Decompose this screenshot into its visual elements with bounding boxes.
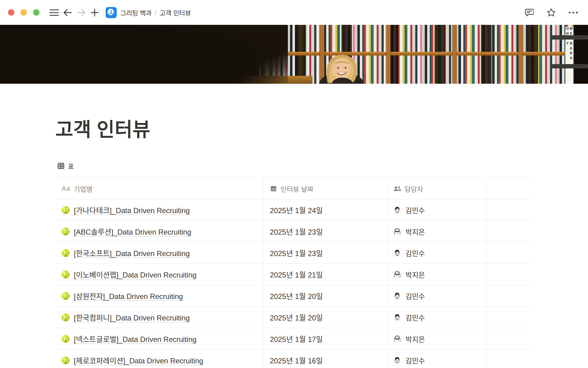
company-cell[interactable]: [가나다테크]_Data Driven Recruiting: [55, 199, 264, 220]
tennis-ball-icon: [61, 335, 70, 343]
table-row: [이노베이션랩]_Data Driven Recruiting 2025년 1월…: [55, 264, 530, 285]
date-cell[interactable]: 2025년 1월 23일: [264, 242, 387, 263]
empty-cell[interactable]: [486, 328, 530, 349]
table-row: [넥스트글로벌]_Data Driven Recruiting 2025년 1월…: [55, 328, 530, 350]
foreground-blur-graphic: [0, 25, 288, 84]
date-cell[interactable]: 2025년 1월 20일: [264, 285, 387, 306]
assignee-avatar: [393, 249, 401, 257]
assignee-avatar: [393, 292, 401, 300]
calendar-icon: [270, 185, 277, 192]
close-window-button[interactable]: [8, 9, 14, 16]
company-link[interactable]: [한국컴퍼니]_Data Driven Recruiting: [74, 312, 190, 323]
date-cell[interactable]: 2025년 1월 24일: [264, 199, 387, 220]
workspace-logo-icon[interactable]: [106, 7, 117, 18]
company-cell[interactable]: [제로코퍼레이션]_Data Driven Recruiting: [55, 350, 264, 368]
forward-icon[interactable]: [74, 6, 88, 19]
empty-cell[interactable]: [486, 242, 530, 263]
company-cell[interactable]: [한국컴퍼니]_Data Driven Recruiting: [55, 307, 264, 328]
empty-cell[interactable]: [486, 285, 530, 306]
column-header-date-label: 인터뷰 날짜: [281, 184, 313, 194]
assignee-avatar: [393, 270, 401, 279]
breadcrumb: 그리팅 백과 / 고객 인터뷰: [120, 8, 191, 17]
assignee-name: 김민수: [405, 248, 425, 258]
company-cell[interactable]: [삼원전자]_Data Driven Recruiting: [55, 285, 264, 306]
page-title[interactable]: 고객 인터뷰: [55, 118, 588, 141]
page-body: 고객 인터뷰 표 Aa 기업명 인터뷰 날짜 담당자: [0, 84, 588, 368]
date-cell[interactable]: 2025년 1월 17일: [264, 328, 387, 349]
table-header-row: Aa 기업명 인터뷰 날짜 담당자: [55, 178, 530, 199]
company-link[interactable]: [ABC솔루션]_Data Driven Recruiting: [74, 226, 191, 237]
date-cell[interactable]: 2025년 1월 16일: [264, 350, 387, 368]
company-link[interactable]: [제로코퍼레이션]_Data Driven Recruiting: [74, 355, 203, 366]
tennis-ball-icon: [61, 270, 70, 279]
empty-cell[interactable]: [486, 307, 530, 328]
company-cell[interactable]: [이노베이션랩]_Data Driven Recruiting: [55, 264, 264, 285]
assignee-cell[interactable]: 김민수: [387, 307, 486, 328]
empty-cell[interactable]: [486, 350, 530, 368]
assignee-name: 김민수: [405, 312, 425, 323]
new-page-icon[interactable]: [88, 6, 101, 19]
sidebar-menu-icon[interactable]: [47, 6, 61, 19]
empty-cell[interactable]: [486, 199, 530, 220]
interview-date: 2025년 1월 23일: [270, 226, 323, 237]
assignee-name: 김민수: [405, 355, 425, 366]
interview-date: 2025년 1월 20일: [270, 290, 323, 301]
tab-table-label: 표: [68, 161, 74, 171]
company-cell[interactable]: [ABC솔루션]_Data Driven Recruiting: [55, 221, 264, 242]
company-link[interactable]: [가나다테크]_Data Driven Recruiting: [74, 205, 190, 215]
database-table: Aa 기업명 인터뷰 날짜 담당자: [55, 178, 530, 368]
more-options-icon[interactable]: [567, 6, 580, 19]
table-row: [삼원전자]_Data Driven Recruiting 2025년 1월 2…: [55, 285, 530, 307]
empty-cell[interactable]: [486, 221, 530, 242]
column-header-assignee[interactable]: 담당자: [387, 178, 486, 199]
breadcrumb-parent[interactable]: 그리팅 백과: [120, 8, 152, 17]
column-header-empty[interactable]: [486, 178, 530, 199]
company-link[interactable]: [이노베이션랩]_Data Driven Recruiting: [74, 269, 197, 280]
view-tabs: 표: [55, 160, 588, 171]
bookshelf-graphic: [259, 25, 588, 84]
assignee-cell[interactable]: 박지은: [387, 328, 486, 349]
interview-date: 2025년 1월 20일: [270, 312, 323, 323]
company-link[interactable]: [넥스트글로벌]_Data Driven Recruiting: [74, 333, 197, 344]
toolbar: 그리팅 백과 / 고객 인터뷰: [0, 0, 588, 25]
back-icon[interactable]: [61, 6, 74, 19]
comments-icon[interactable]: [522, 6, 536, 19]
company-link[interactable]: [삼원전자]_Data Driven Recruiting: [74, 290, 183, 301]
company-link[interactable]: [한국소프트]_Data Driven Recruiting: [74, 247, 190, 258]
company-cell[interactable]: [넥스트글로벌]_Data Driven Recruiting: [55, 328, 264, 349]
minimize-window-button[interactable]: [21, 9, 27, 16]
date-cell[interactable]: 2025년 1월 21일: [264, 264, 387, 285]
date-cell[interactable]: 2025년 1월 20일: [264, 307, 387, 328]
page-cover-image[interactable]: MEMBERS ONLY: [0, 25, 588, 84]
table-row: [제로코퍼레이션]_Data Driven Recruiting 2025년 1…: [55, 350, 530, 368]
interview-date: 2025년 1월 21일: [270, 269, 323, 280]
interview-date: 2025년 1월 17일: [270, 333, 323, 344]
assignee-cell[interactable]: 박지은: [387, 264, 486, 285]
assignee-name: 박지은: [405, 334, 425, 344]
company-cell[interactable]: [한국소프트]_Data Driven Recruiting: [55, 242, 264, 263]
ladder-graphic: [574, 25, 588, 84]
zoom-window-button[interactable]: [33, 9, 40, 16]
assignee-name: 김민수: [405, 205, 425, 215]
empty-cell[interactable]: [486, 264, 530, 285]
table-view-icon: [57, 162, 65, 170]
assignee-cell[interactable]: 박지은: [387, 221, 486, 242]
favorite-star-icon[interactable]: [545, 6, 558, 19]
assignee-cell[interactable]: 김민수: [387, 199, 486, 220]
breadcrumb-separator: /: [155, 9, 156, 16]
tennis-ball-icon: [61, 227, 70, 236]
date-cell[interactable]: 2025년 1월 23일: [264, 221, 387, 242]
table-body: [가나다테크]_Data Driven Recruiting 2025년 1월 …: [55, 199, 530, 368]
column-header-date[interactable]: 인터뷰 날짜: [264, 178, 387, 199]
breadcrumb-current[interactable]: 고객 인터뷰: [160, 8, 191, 17]
assignee-name: 김민수: [405, 291, 425, 301]
assignee-cell[interactable]: 김민수: [387, 242, 486, 263]
column-header-company-label: 기업명: [74, 184, 92, 194]
interview-date: 2025년 1월 16일: [270, 355, 323, 366]
assignee-cell[interactable]: 김민수: [387, 350, 486, 368]
tab-table-view[interactable]: 표: [55, 161, 76, 171]
assignee-name: 박지은: [405, 269, 425, 280]
assignee-cell[interactable]: 김민수: [387, 285, 486, 306]
assignee-name: 박지은: [405, 226, 425, 237]
column-header-company[interactable]: Aa 기업명: [55, 178, 264, 199]
